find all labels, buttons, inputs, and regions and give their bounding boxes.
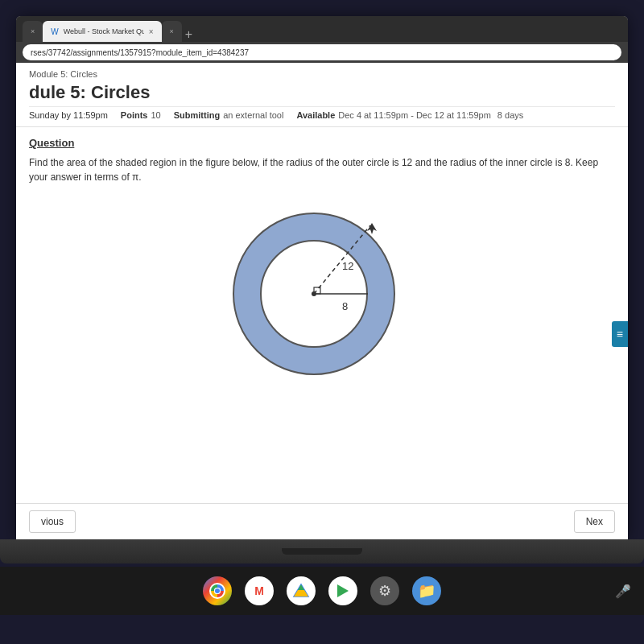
taskbar-settings-icon[interactable]: ⚙ — [370, 576, 399, 605]
prev-button[interactable]: vious — [29, 510, 76, 533]
taskbar-chrome-icon[interactable] — [203, 576, 232, 605]
feedback-icon[interactable]: ≡ — [612, 321, 628, 347]
radius-inner-label: 8 — [342, 300, 348, 312]
points-value: 10 — [151, 110, 160, 120]
circle-diagram: 12 8 — [209, 197, 435, 390]
svg-point-9 — [215, 588, 220, 593]
svg-marker-6 — [367, 223, 377, 234]
available-label: Available — [296, 110, 335, 120]
due-value: Sunday by 11:59pm — [29, 110, 108, 120]
due-date: Sunday by 11:59pm — [29, 110, 108, 120]
question-label-text: Question — [29, 137, 74, 149]
diagram-container: 12 8 — [29, 197, 615, 390]
tab-label2: × — [170, 27, 174, 35]
other-tab[interactable]: × — [162, 21, 182, 42]
submitting-item: Submitting an external tool — [174, 110, 284, 120]
available-days: 8 days — [497, 110, 523, 120]
question-label: Question — [29, 137, 615, 149]
submitting-value: an external tool — [223, 110, 283, 120]
page-header: Module 5: Circles dule 5: Circles Sunday… — [16, 63, 628, 127]
laptop-notch — [282, 548, 362, 555]
new-tab-button[interactable]: + — [185, 27, 192, 42]
tab-label: × — [31, 27, 35, 35]
svg-point-5 — [312, 291, 316, 296]
taskbar-play-icon[interactable] — [328, 576, 357, 605]
browser-chrome: × W Webull - Stock Market Quotes, S... ×… — [16, 16, 628, 63]
page-content: Module 5: Circles dule 5: Circles Sunday… — [16, 63, 628, 539]
points-label: Points — [121, 110, 148, 120]
available-value: Dec 4 at 11:59pm - Dec 12 at 11:59pm — [338, 110, 491, 120]
laptop-screen: × W Webull - Stock Market Quotes, S... ×… — [16, 16, 628, 539]
radius-outer-label: 12 — [342, 260, 353, 272]
address-text: rses/37742/assignments/1357915?module_it… — [31, 48, 249, 57]
tab-favicon: W — [51, 27, 58, 36]
active-tab[interactable]: W Webull - Stock Market Quotes, S... × — [43, 21, 161, 42]
taskbar-drive-icon[interactable] — [287, 576, 316, 605]
next-button[interactable]: Nex — [574, 510, 615, 533]
closed-tab[interactable]: × — [23, 21, 43, 42]
submitting-label: Submitting — [174, 110, 220, 120]
address-bar[interactable]: rses/37742/assignments/1357915?module_it… — [23, 44, 621, 60]
taskbar-right: 🎤 — [615, 584, 631, 599]
points-item: Points 10 — [121, 110, 161, 120]
tab-close[interactable]: × — [149, 27, 154, 36]
page-body: Question Find the area of the shaded reg… — [16, 127, 628, 503]
address-bar-row: rses/37742/assignments/1357915?module_it… — [16, 42, 628, 63]
svg-marker-12 — [294, 590, 308, 597]
available-item: Available Dec 4 at 11:59pm - Dec 12 at 1… — [296, 110, 523, 120]
taskbar-mic-icon[interactable]: 🎤 — [615, 584, 631, 599]
laptop-base — [0, 539, 644, 564]
taskbar: M ⚙ 📁 🎤 — [0, 567, 644, 615]
tab-bar: × W Webull - Stock Market Quotes, S... ×… — [16, 16, 628, 42]
meta-row: Sunday by 11:59pm Points 10 Submitting a… — [29, 106, 615, 123]
nav-buttons: vious Nex — [16, 503, 628, 539]
taskbar-gmail-icon[interactable]: M — [245, 576, 274, 605]
breadcrumb: Module 5: Circles — [29, 69, 615, 79]
taskbar-files-icon[interactable]: 📁 — [412, 576, 441, 605]
tab-title: Webull - Stock Market Quotes, S... — [64, 27, 144, 35]
page-title: dule 5: Circles — [29, 82, 615, 103]
svg-marker-13 — [337, 584, 349, 597]
question-text: Find the area of the shaded region in th… — [29, 155, 615, 184]
